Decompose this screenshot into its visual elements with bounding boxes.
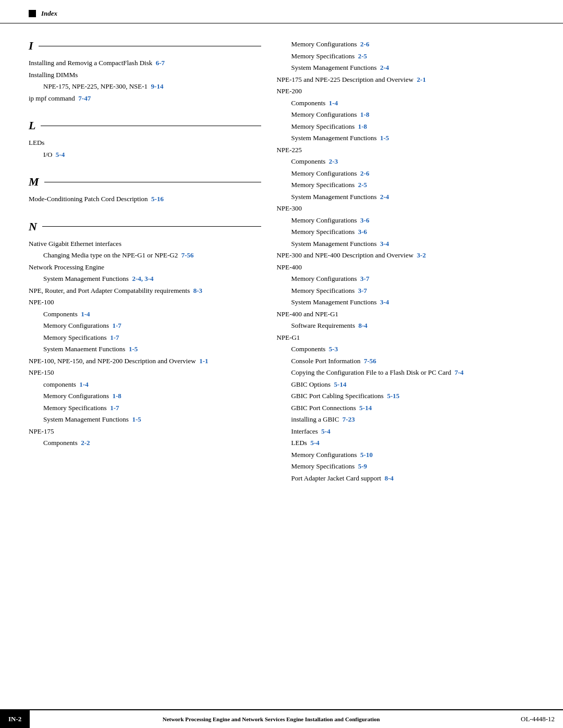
entry-text: NPE-400 and NPE-G1 [277, 310, 338, 318]
page-ref[interactable]: 3-7 [358, 287, 367, 294]
page-ref[interactable]: 7-56 [181, 251, 194, 259]
entry-text: NPE-175 and NPE-225 Description and Over… [277, 76, 413, 83]
header-label: Index [41, 9, 57, 18]
page-ref[interactable]: 8-3 [193, 287, 202, 294]
index-entry: Software Requirements 8-4 [277, 320, 534, 331]
entry-text: LEDs [291, 439, 307, 447]
page-ref[interactable]: 1-5 [380, 134, 389, 142]
page-ref[interactable]: 3-4 [380, 298, 389, 306]
entry-text: System Management Functions [43, 415, 129, 423]
page-ref[interactable]: 1-7 [110, 404, 119, 412]
page-ref[interactable]: 5-4 [56, 151, 65, 158]
entry-text: Mode-Conditioning Patch Cord Description [29, 195, 148, 203]
page-ref[interactable]: 8-4 [358, 322, 367, 329]
page-ref[interactable]: 1-8 [358, 122, 367, 130]
page-ref[interactable]: 1-5 [132, 415, 141, 423]
entry-text: I/O [43, 151, 52, 158]
page-ref[interactable]: 2-6 [360, 40, 369, 48]
page-ref[interactable]: 1-7 [113, 322, 121, 329]
page-ref[interactable]: 3-6 [358, 228, 367, 236]
page-ref[interactable]: 2-4 [380, 193, 389, 201]
index-entry: Mode-Conditioning Patch Cord Description… [29, 194, 261, 204]
entry-text: Memory Configurations [43, 392, 109, 400]
page-ref[interactable]: 5-14 [334, 380, 347, 388]
entry-text: Software Requirements [291, 322, 355, 329]
index-entry: Port Adapter Jacket Card support 8-4 [277, 473, 534, 484]
entry-text: System Management Functions [291, 64, 377, 71]
page-ref[interactable]: 1-1 [199, 357, 208, 365]
index-entry: Components 1-4 [29, 309, 261, 319]
entry-text: NPE, Router, and Port Adapter Compatabil… [29, 287, 190, 294]
section-divider [44, 182, 261, 182]
page-ref[interactable]: 1-4 [81, 310, 90, 318]
page-ref[interactable]: 1-8 [360, 110, 369, 118]
entry-text: Port Adapter Jacket Card support [291, 474, 382, 482]
page-ref[interactable]: 2-5 [358, 52, 367, 60]
index-entry: NPE-200 [277, 86, 534, 96]
page-ref[interactable]: 5-16 [151, 195, 164, 203]
page-ref[interactable]: 5-3 [329, 345, 338, 353]
index-entry: System Management Functions 1-5 [29, 414, 261, 425]
page-ref[interactable]: 2-1 [417, 76, 426, 83]
entry-text: System Management Functions [43, 275, 129, 282]
entry-text: Console Port Information [291, 357, 361, 365]
page-ref[interactable]: 5-4 [310, 439, 319, 447]
index-entry: NPE-400 [277, 262, 534, 273]
index-entry: System Management Functions 1-5 [277, 133, 534, 143]
page-ref[interactable]: 3-7 [360, 275, 369, 282]
entry-text: Native Gigabit Ethernet interfaces [29, 240, 121, 248]
entry-text: GBIC Port Connections [291, 404, 356, 412]
index-entry: Memory Specifications 2-5 [277, 180, 534, 190]
entry-text: Memory Specifications [291, 181, 355, 189]
page-ref[interactable]: 5-15 [387, 392, 399, 400]
entry-text: System Management Functions [291, 134, 377, 142]
entry-text: Memory Specifications [291, 462, 355, 470]
page-ref[interactable]: 1-8 [113, 392, 121, 400]
page-ref[interactable]: 6-7 [156, 59, 165, 67]
page-ref[interactable]: 5-9 [358, 462, 367, 470]
entry-text: Components [291, 99, 326, 107]
entry-text: LEDs [29, 139, 44, 146]
index-entry: Memory Specifications 3-6 [277, 227, 534, 237]
page-ref[interactable]: 5-14 [359, 404, 372, 412]
entry-text: System Management Functions [291, 298, 377, 306]
page-ref[interactable]: 8-4 [385, 474, 394, 482]
index-entry: NPE-G1 [277, 332, 534, 343]
page-ref[interactable]: 2-6 [360, 169, 369, 177]
page-ref[interactable]: 9-14 [151, 82, 164, 90]
index-entry: Changing Media type on the NPE-G1 or NPE… [29, 250, 261, 261]
page-ref[interactable]: 7-23 [342, 415, 355, 423]
page-ref[interactable]: 2-5 [358, 181, 367, 189]
page-ref[interactable]: 5-10 [360, 451, 373, 459]
entry-text: components [43, 380, 76, 388]
index-entry: GBIC Port Connections 5-14 [277, 403, 534, 413]
page-ref[interactable]: 2-4, 3-4 [132, 275, 153, 282]
entry-text: Memory Configurations [43, 322, 109, 329]
page-ref[interactable]: 7-4 [455, 368, 463, 376]
section-letter: N [29, 220, 37, 233]
page-ref[interactable]: 1-5 [129, 345, 138, 353]
page-ref[interactable]: 2-2 [81, 439, 90, 447]
index-entry: Memory Configurations 3-6 [277, 215, 534, 226]
entry-text: installing a GBIC [291, 415, 339, 423]
index-entry: System Management Functions 2-4 [277, 192, 534, 202]
index-entry: Memory Specifications 5-9 [277, 461, 534, 472]
entry-text: System Manaement Functions [43, 345, 125, 353]
entry-text: NPE-300 [277, 204, 302, 212]
index-entry: Memory Configurations 1-8 [29, 391, 261, 401]
page-ref[interactable]: 2-4 [380, 64, 389, 71]
entry-text: Interfaces [291, 427, 318, 435]
page-ref[interactable]: 1-4 [329, 99, 338, 107]
page-ref[interactable]: 3-6 [360, 216, 369, 224]
entry-text: Memory Configurations [291, 40, 357, 48]
page-ref[interactable]: 5-4 [321, 427, 330, 435]
entry-text: NPE-150 [29, 368, 54, 376]
page-ref[interactable]: 2-3 [329, 157, 338, 165]
page-ref[interactable]: 3-2 [417, 251, 426, 259]
entry-text: Changing Media type on the NPE-G1 or NPE… [43, 251, 178, 259]
page-ref[interactable]: 1-7 [110, 334, 119, 341]
page-ref[interactable]: 1-4 [79, 380, 88, 388]
page-ref[interactable]: 7-56 [364, 357, 376, 365]
page-ref[interactable]: 7-47 [78, 94, 91, 102]
page-ref[interactable]: 3-4 [380, 240, 389, 248]
